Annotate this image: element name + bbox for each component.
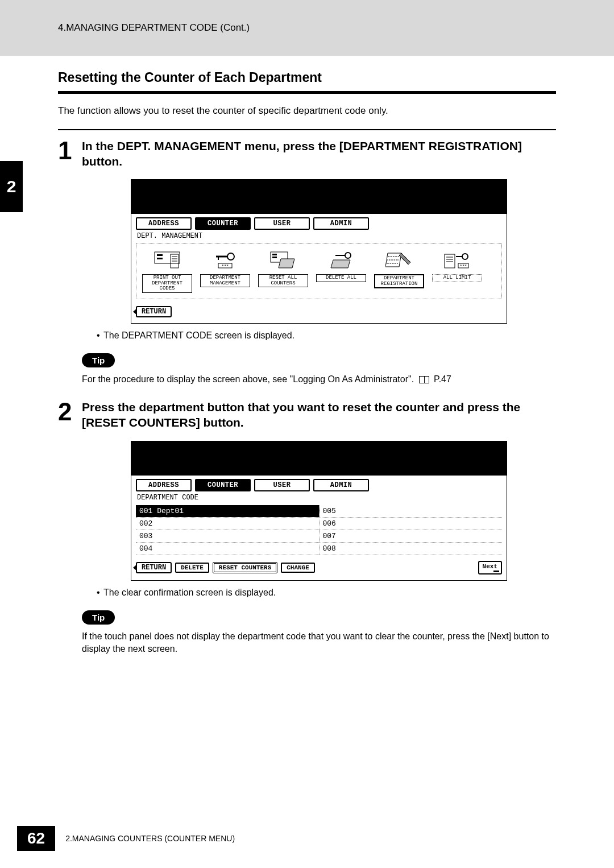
tab-address[interactable]: ADDRESS xyxy=(136,479,192,491)
cell: 007 xyxy=(320,530,503,542)
step-heading: In the DEPT. MANAGEMENT menu, press the … xyxy=(82,138,556,170)
panel-subtitle: DEPT. MANAGEMENT xyxy=(137,232,502,240)
tab-row: ADDRESS COUNTER USER ADMIN xyxy=(136,217,502,230)
tab-row: ADDRESS COUNTER USER ADMIN xyxy=(136,479,502,491)
page: 4.MANAGING DEPARTMENT CODE (Cont.) 2 Res… xyxy=(0,0,614,868)
svg-rect-13 xyxy=(272,254,277,255)
button-label: PRINT OUT DEPARTMENT CODES xyxy=(142,274,192,292)
svg-point-28 xyxy=(462,254,468,259)
book-icon xyxy=(419,376,429,383)
change-button[interactable]: CHANGE xyxy=(281,563,315,573)
header-band: 4.MANAGING DEPARTMENT CODE (Cont.) xyxy=(0,0,614,56)
reset-counters-button[interactable]: RESET COUNTERS xyxy=(213,562,277,573)
bullet-icon: • xyxy=(97,588,99,598)
svg-marker-23 xyxy=(399,253,410,264)
dept-registration-button[interactable]: DEPARTMENT REGISTRATION xyxy=(374,250,424,292)
tip-badge: Tip xyxy=(82,353,115,367)
action-row: RETURN DELETE RESET COUNTERS CHANGE Next xyxy=(136,561,502,574)
svg-marker-18 xyxy=(331,260,350,268)
cell: 003 xyxy=(136,530,320,542)
tab-counter[interactable]: COUNTER xyxy=(195,479,251,491)
return-button[interactable]: RETURN xyxy=(136,306,172,317)
divider xyxy=(58,129,556,130)
print-out-button[interactable]: PRINT OUT DEPARTMENT CODES xyxy=(142,250,192,292)
panel-subtitle: DEPARTMENT CODE xyxy=(137,494,502,502)
bullet-icon: • xyxy=(97,330,99,341)
eraser-icon xyxy=(266,250,300,272)
page-ref: P.47 xyxy=(434,374,451,384)
return-button[interactable]: RETURN xyxy=(136,562,172,573)
step-number: 1 xyxy=(58,138,75,386)
step-heading: Press the department button that you wan… xyxy=(82,399,556,431)
dept-code-list: 001 Dept01 005 002 006 003 007 xyxy=(136,505,502,555)
eraser-key-icon xyxy=(324,250,358,272)
button-label: RESET ALL COUNTERS xyxy=(258,274,308,287)
step-body: In the DEPT. MANAGEMENT menu, press the … xyxy=(82,138,556,386)
icon-button-row: PRINT OUT DEPARTMENT CODES *** DEPARTMEN… xyxy=(136,243,502,299)
key-icon: *** xyxy=(208,250,242,272)
result-bullet: • The DEPARTMENT CODE screen is displaye… xyxy=(97,330,556,341)
list-item[interactable]: 001 Dept01 005 xyxy=(136,505,502,518)
svg-rect-2 xyxy=(157,258,163,259)
screenshot-panel: ADDRESS COUNTER USER ADMIN DEPT. MANAGEM… xyxy=(131,214,507,323)
tip-text-a: For the procedure to display the screen … xyxy=(82,374,414,384)
list-item[interactable]: 004 008 xyxy=(136,543,502,555)
screenshot-panel: ADDRESS COUNTER USER ADMIN DEPARTMENT CO… xyxy=(131,476,507,580)
footer-chapter: 2.MANAGING COUNTERS (COUNTER MENU) xyxy=(65,834,235,843)
button-label: DEPARTMENT MANAGEMENT xyxy=(200,274,250,287)
svg-text:***: *** xyxy=(460,264,467,268)
step-number: 2 xyxy=(58,399,75,655)
delete-button[interactable]: DELETE xyxy=(175,563,209,573)
page-number: 62 xyxy=(17,826,55,851)
tab-admin[interactable]: ADMIN xyxy=(313,479,369,491)
cell: 006 xyxy=(320,518,503,530)
chapter-tab: 2 xyxy=(0,161,23,212)
tab-admin[interactable]: ADMIN xyxy=(313,217,369,230)
cell: 005 xyxy=(320,505,503,517)
all-limit-button[interactable]: *** ALL LIMIT xyxy=(432,250,482,292)
list-item[interactable]: 003 007 xyxy=(136,530,502,543)
next-button[interactable]: Next xyxy=(478,561,502,574)
result-bullet: • The clear confirmation screen is displ… xyxy=(97,588,556,598)
svg-point-7 xyxy=(227,253,234,260)
dept-management-button[interactable]: *** DEPARTMENT MANAGEMENT xyxy=(200,250,250,292)
svg-text:***: *** xyxy=(222,264,229,268)
tip-text: For the procedure to display the screen … xyxy=(82,373,556,386)
svg-point-16 xyxy=(345,253,351,258)
tip-text: If the touch panel does not display the … xyxy=(82,630,556,656)
delete-all-button[interactable]: DELETE ALL xyxy=(316,250,366,292)
bullet-text: The DEPARTMENT CODE screen is displayed. xyxy=(103,330,294,341)
svg-marker-15 xyxy=(279,259,294,268)
cell: 004 xyxy=(136,543,320,555)
divider xyxy=(58,91,556,94)
screenshot-dept-management: ADDRESS COUNTER USER ADMIN DEPT. MANAGEM… xyxy=(131,179,507,323)
content-area: Resetting the Counter of Each Department… xyxy=(0,56,614,655)
step-1: 1 In the DEPT. MANAGEMENT menu, press th… xyxy=(58,138,556,386)
page-footer: 62 2.MANAGING COUNTERS (COUNTER MENU) xyxy=(0,826,614,851)
screenshot-blackbar xyxy=(131,441,507,476)
button-label: DELETE ALL xyxy=(316,274,366,282)
tab-address[interactable]: ADDRESS xyxy=(136,217,192,230)
register-icon xyxy=(382,250,416,272)
tab-user[interactable]: USER xyxy=(254,217,310,230)
printer-icon xyxy=(150,250,184,272)
tab-counter[interactable]: COUNTER xyxy=(195,217,251,230)
breadcrumb: 4.MANAGING DEPARTMENT CODE (Cont.) xyxy=(58,22,250,34)
cell: 001 Dept01 xyxy=(136,505,320,517)
svg-rect-1 xyxy=(157,254,163,256)
button-label: DEPARTMENT REGISTRATION xyxy=(374,274,424,288)
screenshot-dept-code: ADDRESS COUNTER USER ADMIN DEPARTMENT CO… xyxy=(131,441,507,581)
step-body: Press the department button that you wan… xyxy=(82,399,556,655)
reset-all-counters-button[interactable]: RESET ALL COUNTERS xyxy=(258,250,308,292)
list-item[interactable]: 002 006 xyxy=(136,518,502,530)
svg-rect-14 xyxy=(272,257,277,258)
limit-icon: *** xyxy=(440,250,474,272)
intro-text: The function allows you to reset the cou… xyxy=(58,104,556,118)
button-label: ALL LIMIT xyxy=(432,274,482,282)
cell: 008 xyxy=(320,543,503,555)
tip-badge: Tip xyxy=(82,610,115,625)
screenshot-blackbar xyxy=(131,180,507,214)
cell: 002 xyxy=(136,518,320,530)
step-2: 2 Press the department button that you w… xyxy=(58,399,556,655)
tab-user[interactable]: USER xyxy=(254,479,310,491)
